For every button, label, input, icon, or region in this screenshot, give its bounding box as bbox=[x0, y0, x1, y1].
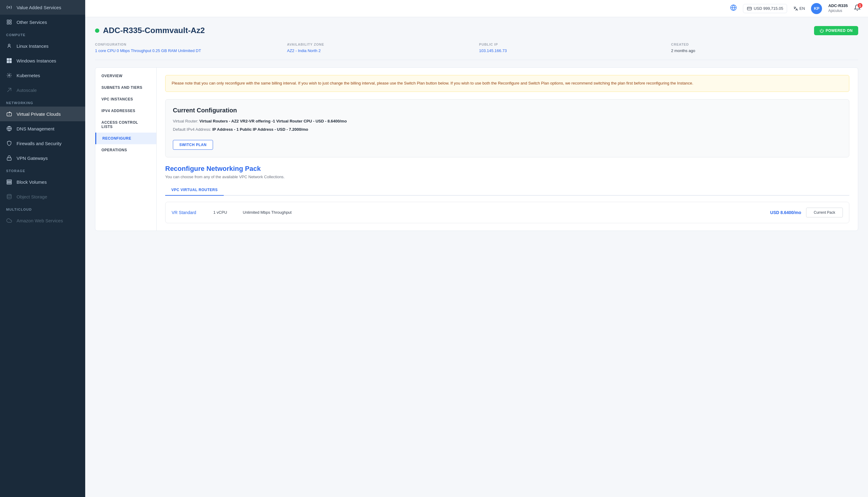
sidebar-item-label: Autoscale bbox=[16, 88, 37, 93]
warning-box: Please note that you can only reconfigur… bbox=[165, 75, 849, 92]
sidebar-item-linux-instances[interactable]: Linux Instances bbox=[0, 39, 85, 53]
value-added-services-icon bbox=[6, 4, 12, 11]
sidebar-item-autoscale: Autoscale bbox=[0, 83, 85, 97]
sidebar-item-firewalls[interactable]: Firewalls and Security bbox=[0, 136, 85, 151]
windows-icon bbox=[6, 58, 12, 64]
pack-throughput: Unlimited Mbps Throughput bbox=[243, 210, 756, 215]
svg-rect-12 bbox=[7, 158, 11, 160]
user-info: ADC-R335 Apiculus bbox=[828, 3, 848, 13]
switch-plan-button[interactable]: SWITCH PLAN bbox=[173, 140, 213, 150]
sidebar-item-object-storage: Object Storage bbox=[0, 189, 85, 204]
firewall-icon bbox=[6, 140, 12, 146]
az-value: AZ2 - India North 2 bbox=[287, 48, 474, 54]
tab-vpc-virtual-routers[interactable]: VPC VIRTUAL ROUTERS bbox=[165, 185, 224, 196]
current-pack-button: Current Pack bbox=[806, 208, 843, 217]
reconfigure-subtitle: You can choose from any of the available… bbox=[165, 174, 849, 179]
svg-rect-14 bbox=[7, 182, 12, 183]
block-volumes-icon bbox=[6, 179, 12, 185]
virtual-router-value: Virtual Routers - AZ2 VR2-VR offering -1… bbox=[199, 119, 347, 124]
sidebar-item-value-added-services[interactable]: Value Added Services bbox=[0, 0, 85, 15]
autoscale-icon bbox=[6, 87, 12, 93]
storage-section-label: STORAGE bbox=[0, 165, 85, 174]
sidenav-acl[interactable]: ACCESS CONTROL LISTS bbox=[95, 117, 156, 132]
az-label: AVAILABILITY ZONE bbox=[287, 43, 474, 46]
linux-icon bbox=[6, 43, 12, 49]
org-name: Apiculus bbox=[828, 9, 848, 13]
meta-az: AVAILABILITY ZONE AZ2 - India North 2 bbox=[287, 43, 474, 54]
sidenav-overview[interactable]: OVERVIEW bbox=[95, 70, 156, 82]
created-value: 2 months ago bbox=[671, 48, 858, 54]
sidebar-item-label: DNS Management bbox=[16, 126, 54, 131]
kubernetes-icon bbox=[6, 72, 12, 79]
sidenav-subnets[interactable]: SUBNETS AND TIERS bbox=[95, 82, 156, 94]
config-value: 1 core CPU 0 Mbps Throughput 0.25 GB RAM… bbox=[95, 48, 282, 54]
svg-rect-15 bbox=[7, 183, 12, 184]
detail-side-nav: OVERVIEW SUBNETS AND TIERS VPC INSTANCES… bbox=[95, 68, 156, 231]
sidebar-item-label: Block Volumes bbox=[16, 180, 46, 185]
sidebar-item-dns[interactable]: DNS Management bbox=[0, 121, 85, 136]
vpc-icon bbox=[6, 111, 12, 117]
meta-row: CONFIGURATION 1 core CPU 0 Mbps Throughp… bbox=[95, 43, 858, 60]
sidebar-item-label: Kubernetes bbox=[16, 73, 40, 78]
svg-rect-13 bbox=[7, 180, 12, 181]
sidebar-item-label: VPN Gateways bbox=[16, 156, 48, 161]
meta-ip: PUBLIC IP 103.145.166.73 bbox=[479, 43, 666, 54]
sidebar-item-other-services[interactable]: Other Services bbox=[0, 15, 85, 29]
aws-icon bbox=[6, 217, 12, 224]
multicloud-section-label: MULTICLOUD bbox=[0, 204, 85, 213]
powered-on-badge: POWERED ON bbox=[814, 26, 858, 35]
balance-amount: USD 999,715.05 bbox=[754, 6, 783, 11]
svg-rect-19 bbox=[747, 7, 752, 10]
globe-icon[interactable] bbox=[730, 4, 737, 13]
ipv4-row: Default IPv4 Address: IP Address - 1 Pub… bbox=[173, 127, 842, 132]
main-wrapper: USD 999,715.05 EN KP ADC-R335 Apiculus 1… bbox=[85, 0, 868, 497]
ip-value: 103.145.166.73 bbox=[479, 48, 666, 54]
sidebar-item-label: Amazon Web Services bbox=[16, 218, 63, 223]
sidebar-item-vpn[interactable]: VPN Gateways bbox=[0, 151, 85, 165]
svg-rect-3 bbox=[7, 23, 9, 24]
svg-point-5 bbox=[8, 44, 10, 46]
ip-label: PUBLIC IP bbox=[479, 43, 666, 46]
virtual-router-row: Virtual Router: Virtual Routers - AZ2 VR… bbox=[173, 118, 842, 124]
balance-display: USD 999,715.05 bbox=[743, 4, 787, 13]
svg-rect-4 bbox=[10, 23, 11, 24]
pack-table: VR Standard 1 vCPU Unlimited Mbps Throug… bbox=[165, 202, 849, 223]
right-panel: Please note that you can only reconfigur… bbox=[156, 68, 858, 231]
pack-row-vr-standard: VR Standard 1 vCPU Unlimited Mbps Throug… bbox=[166, 202, 849, 223]
ipv4-label: Default IPv4 Address: bbox=[173, 127, 211, 132]
virtual-router-label: Virtual Router: bbox=[173, 119, 198, 124]
reconfigure-tabs: VPC VIRTUAL ROUTERS bbox=[165, 185, 849, 196]
compute-section-label: COMPUTE bbox=[0, 29, 85, 39]
pack-cpu: 1 vCPU bbox=[213, 210, 238, 215]
sidebar-item-label: Windows Instances bbox=[16, 58, 56, 63]
status-dot bbox=[95, 28, 99, 33]
sidebar-item-label: Value Added Services bbox=[16, 5, 61, 10]
language-selector[interactable]: EN bbox=[793, 6, 805, 11]
sidebar-item-block-volumes[interactable]: Block Volumes bbox=[0, 174, 85, 189]
sidenav-operations[interactable]: OPERATIONS bbox=[95, 144, 156, 156]
sidebar-item-label: Linux Instances bbox=[16, 43, 49, 49]
notification-bell[interactable]: 1 bbox=[854, 4, 860, 13]
sidebar-item-kubernetes[interactable]: Kubernetes bbox=[0, 68, 85, 83]
sidenav-ipv4[interactable]: IPV4 ADDRESSES bbox=[95, 105, 156, 117]
user-avatar: KP bbox=[811, 3, 822, 14]
svg-point-0 bbox=[9, 7, 10, 8]
created-label: CREATED bbox=[671, 43, 858, 46]
sidebar-item-aws: Amazon Web Services bbox=[0, 213, 85, 228]
sidenav-vpc-instances[interactable]: VPC INSTANCES bbox=[95, 94, 156, 105]
sidenav-reconfigure[interactable]: RECONFIGURE bbox=[95, 132, 156, 144]
object-storage-icon bbox=[6, 194, 12, 200]
vpn-icon bbox=[6, 155, 12, 161]
page-title-row: ADC-R335-Commvault-Az2 bbox=[95, 26, 205, 35]
notification-count: 1 bbox=[857, 3, 863, 8]
sidebar-item-windows-instances[interactable]: Windows Instances bbox=[0, 53, 85, 68]
language-label: EN bbox=[799, 6, 805, 11]
svg-line-7 bbox=[8, 88, 11, 92]
svg-rect-2 bbox=[10, 20, 11, 22]
sidebar-item-vpc[interactable]: Virtual Private Clouds bbox=[0, 106, 85, 121]
sidebar: Value Added Services Other Services COMP… bbox=[0, 0, 85, 497]
reconfigure-title: Reconfigure Networking Pack bbox=[165, 165, 849, 173]
svg-point-6 bbox=[9, 75, 10, 76]
content-area: OVERVIEW SUBNETS AND TIERS VPC INSTANCES… bbox=[95, 67, 858, 231]
meta-created: CREATED 2 months ago bbox=[671, 43, 858, 54]
